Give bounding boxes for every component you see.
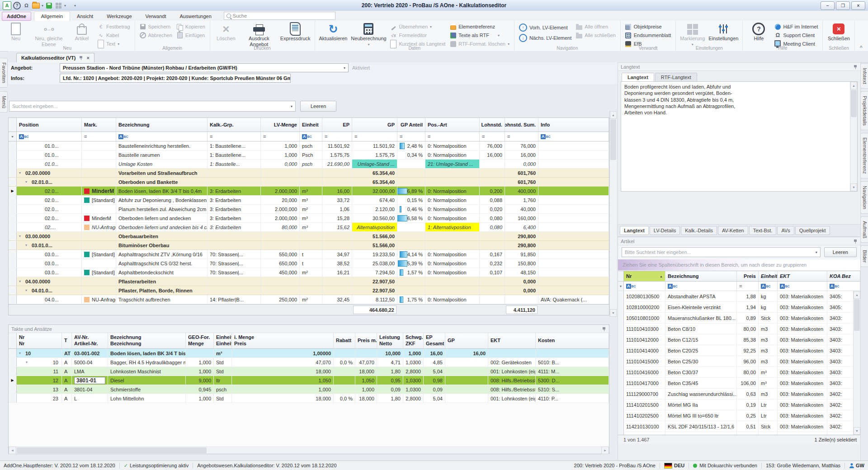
filter-kalk-grp[interactable]: = (208, 132, 261, 141)
festbetrag-button[interactable]: €Festbetrag (98, 24, 130, 30)
table-row[interactable]: ▾04.00.0000 Pflasterarbeiten 22.907,50 0… (9, 277, 609, 286)
scroll-down-icon[interactable]: ▼ (854, 427, 860, 435)
table-row[interactable]: 105010801000 Maueranschlußanker BL 180..… (618, 313, 860, 324)
scroll-down-icon[interactable]: ▼ (850, 183, 857, 191)
filter-art-ekt[interactable]: ABC (778, 282, 827, 291)
col-einheit[interactable]: Einheit (300, 118, 322, 132)
table-row[interactable]: 111010416000 Beton C30/37 80,00 m³ 003: … (618, 367, 860, 378)
scroll-up-icon[interactable]: ▲ (610, 111, 617, 119)
col-rabatt[interactable]: Rabatt (334, 333, 355, 348)
tab-kalk-details[interactable]: Kalk.-Details (681, 226, 717, 235)
close-tab-icon[interactable]: × (86, 55, 89, 61)
neuberechnung-button[interactable]: Neuberechnung▾ (349, 22, 388, 47)
filter-info[interactable]: ABC (538, 132, 609, 141)
col-bezeichnung2[interactable]: BezeichnungBezeichnung (108, 333, 186, 348)
objektpreise-button[interactable]: Objektpreise (625, 24, 671, 30)
col-ekt[interactable]: EKT (488, 333, 536, 348)
speichern-button[interactable]: Speichern (140, 24, 172, 30)
table-row[interactable]: 111010415000 Beton C25/30 96,00 m3 003: … (618, 356, 860, 367)
col-einheit2[interactable]: EinheitEinheit (214, 333, 232, 348)
filter-gp[interactable]: = (352, 132, 397, 141)
tab-quellprojekt[interactable]: Quellprojekt (795, 226, 830, 235)
table-row[interactable]: ▾04.01.0... Pflaster, Platten, Borde, Ri… (9, 286, 609, 295)
scrollbar-thumb[interactable] (851, 90, 857, 117)
table-row[interactable]: 111410201500 Mörtel MG IIa 0,19 Ltr 003:… (618, 400, 860, 410)
table-row[interactable]: 03.0... [Standard] Asphalttragschicht ZT… (9, 250, 609, 259)
help-icon[interactable]: ? (13, 2, 21, 9)
tab-rtf-langtext[interactable]: RTF-Langtext (655, 73, 697, 81)
folder-dropdown-icon[interactable]: ▾ (42, 4, 43, 8)
schliessen-button[interactable]: ×Schließen (825, 22, 852, 42)
filter-gp-anteil[interactable]: = (397, 132, 425, 141)
kopieren-button[interactable]: Kopieren (177, 24, 205, 30)
abbrechen-button[interactable]: Abbrechen (140, 32, 172, 38)
addone-app-button[interactable]: AddOne (2, 12, 31, 21)
col-art-bezeichnung[interactable]: Bezeichnung (665, 271, 737, 281)
col-kalk-grp[interactable]: Kalk.-Grp. (208, 118, 261, 132)
col-nr[interactable]: NrNr (17, 333, 62, 348)
table-row[interactable]: ▶ 12 A 3801-01 Diesel 9,000 ltr 1,050 1,… (9, 376, 609, 385)
scroll-left-icon[interactable]: ◄ (9, 446, 16, 454)
open-folder-icon[interactable] (32, 3, 40, 9)
table-row[interactable]: ▾02.00.0000 Vorarbeiten und Straßenaufbr… (9, 169, 609, 178)
col-art-nr[interactable]: Nr▲ (624, 271, 665, 281)
hilfe-button[interactable]: ?Hilfe (745, 22, 772, 42)
tab-allgemein[interactable]: Allgemein (34, 11, 70, 21)
aktualisieren-button[interactable]: ↻Aktualisieren (317, 22, 349, 42)
table-row[interactable]: 11 A LMA Lohnkosten Maschinist 1,000 Std… (9, 367, 609, 376)
col-art-preis[interactable]: Preis (737, 271, 759, 281)
suchtext-input[interactable]: Suchtext eingeben... ▾ (9, 101, 296, 112)
hf-im-internet-button[interactable]: H&F im Internet (774, 24, 818, 30)
table-row[interactable]: 02.0... MinderM Oberboden liefern und an… (9, 214, 609, 223)
neu-gleiche-ebene-button[interactable]: o→oNeu, gleiche Ebene (29, 22, 68, 48)
langtext-scrollbar[interactable]: ▲ ▼ (850, 82, 857, 191)
tab-langtext-detail[interactable]: Langtext (620, 226, 649, 235)
sidebar-tab-infotext[interactable]: Infotext (860, 63, 868, 89)
einfuegen-button[interactable]: Einfügen (177, 32, 205, 38)
alle-oeffnen-button[interactable]: Alle öffnen (576, 24, 615, 30)
texte-als-rtf-button[interactable]: Texte als RTF▾ (450, 32, 509, 38)
filter-einheit[interactable]: ABC (300, 132, 322, 141)
qat-dropdown-icon[interactable]: ▾ (74, 4, 76, 8)
uebernehmen-button[interactable]: Übernehmen▾ (390, 24, 445, 30)
headset-icon[interactable]: Ω (23, 2, 30, 9)
neu-button[interactable]: Neu (2, 22, 29, 42)
table-row[interactable]: 02.... NU-Anfrage Oberboden liefern und … (9, 223, 609, 232)
table-row[interactable]: ▾02.01.0... Oberboden und Bankette 65.35… (9, 178, 609, 187)
filter-bezeichnung[interactable]: ABC (116, 132, 208, 141)
tab-auswertungen[interactable]: Auswertungen (173, 12, 218, 21)
sidebar-tab-aufmass[interactable]: Aufmaß (860, 216, 868, 243)
col-bezeichnung[interactable]: Bezeichnung (116, 118, 208, 132)
sidebar-tab-navigation[interactable]: Navigation (860, 181, 868, 214)
table-row[interactable]: 23 A L Lohn Mittellohn 1,000 Std 18,000 … (9, 394, 609, 403)
scrollbar-thumb[interactable] (610, 119, 616, 160)
table-row[interactable]: ▾10 AT 03-001-002 Boden lösen, laden BK … (9, 349, 609, 358)
scroll-down-icon[interactable]: ▼ (610, 309, 617, 317)
tab-ansicht[interactable]: Ansicht (70, 12, 100, 21)
naechs-lv-element-button[interactable]: ↓Nächs. LV-Element (519, 34, 571, 42)
col-schwg[interactable]: Schwg.ZKF (403, 333, 424, 348)
tab-text-bst[interactable]: Text-Bst. (749, 226, 777, 235)
tab-av-ketten[interactable]: AV-Ketten (718, 226, 748, 235)
tab-langtext[interactable]: Langtext (622, 73, 654, 81)
artikel-scrollbar[interactable]: ▲ ▼ (853, 291, 860, 435)
table-row[interactable]: ▾03.01.0... Bituminöser Oberbau 51.566,0… (9, 241, 609, 250)
artikel-leeren-button[interactable]: Leeren (824, 247, 857, 257)
endsummenblatt-button[interactable]: Endsummenblatt (625, 32, 671, 38)
col-preis-m[interactable]: Preis m. (355, 333, 377, 348)
col-av-nr[interactable]: AV-Nr.Artikel-Nr. (72, 333, 108, 348)
sidebar-tab-menue[interactable]: Menü (0, 91, 8, 113)
table-row[interactable]: 04.0... NU-Anfrage Tragschicht aufbreche… (9, 295, 609, 304)
artikel-search-input[interactable]: Bitte Suchtext hier eingeben... ▾ (622, 247, 821, 257)
pin-icon[interactable] (602, 327, 606, 331)
scroll-up-icon[interactable]: ▲ (854, 291, 860, 299)
table-row[interactable]: 13 A 3801-04 Schmierstoffe 0,945 psch 1,… (9, 385, 609, 394)
tab-werkzeuge[interactable]: Werkzeuge (100, 12, 138, 21)
ausdruck-angebot-button[interactable]: Ausdruck Angebot (240, 22, 278, 48)
sidebar-tab-projektdetails[interactable]: Projektdetails (860, 91, 868, 130)
sidebar-tab-elementreferenz[interactable]: Elementreferenz (860, 133, 868, 179)
col-art-einheit[interactable]: Einheit (759, 271, 778, 281)
filter-lohnstd[interactable]: = (480, 132, 505, 141)
layout-grid-icon[interactable] (56, 3, 61, 9)
artikel-button[interactable]: Artikel (68, 22, 95, 42)
